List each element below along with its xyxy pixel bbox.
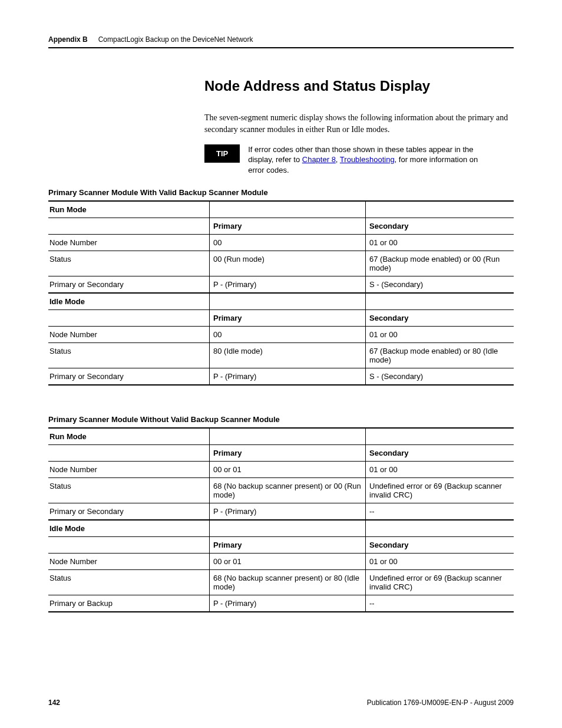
section-title: Node Address and Status Display [48,78,514,94]
table-row: Primary Secondary [48,445,514,462]
table-row: Node Number 00 01 or 00 [48,327,514,343]
table1: Run Mode Primary Secondary Node Number 0… [48,200,514,386]
tip-text-sep: , [336,155,340,164]
table-row: Status 68 (No backup scanner present) or… [48,478,514,503]
table1-caption: Primary Scanner Module With Valid Backup… [48,188,514,197]
col-secondary: Secondary [366,218,514,235]
run-mode-label: Run Mode [48,201,210,218]
tip-text: If error codes other than those shown in… [248,144,484,176]
table-row: Primary or Secondary P - (Primary) -- [48,503,514,521]
idle-mode-label: Idle Mode [48,520,210,537]
page-number: 142 [48,699,60,707]
table-row: Idle Mode [48,520,514,537]
table-row: Primary Secondary [48,537,514,554]
table-row: Primary or Secondary P - (Primary) S - (… [48,368,514,386]
table-row: Primary or Backup P - (Primary) -- [48,595,514,612]
tip-badge: TIP [204,144,240,163]
table-row: Idle Mode [48,293,514,310]
tip-block: TIP If error codes other than those show… [204,144,514,176]
tip-link-troubleshooting[interactable]: Troubleshooting [340,155,395,164]
table2: Run Mode Primary Secondary Node Number 0… [48,427,514,612]
table-row: Node Number 00 01 or 00 [48,235,514,251]
table-row: Run Mode [48,428,514,445]
table-row: Primary Secondary [48,310,514,327]
table-row: Status 68 (No backup scanner present) or… [48,570,514,595]
table-row: Status 00 (Run mode) 67 (Backup mode ena… [48,251,514,276]
table-row: Status 80 (Idle mode) 67 (Backup mode en… [48,343,514,368]
table-row: Node Number 00 or 01 01 or 00 [48,554,514,570]
table-row: Run Mode [48,201,514,218]
table2-caption: Primary Scanner Module Without Valid Bac… [48,415,514,424]
publication-id: Publication 1769-UM009E-EN-P - August 20… [367,699,514,707]
header-subtitle: CompactLogix Backup on the DeviceNet Net… [98,35,253,44]
intro-paragraph: The seven-segment numeric display shows … [48,112,511,136]
tip-link-chapter[interactable]: Chapter 8 [302,155,336,164]
run-mode-label: Run Mode [48,428,210,445]
idle-mode-label: Idle Mode [48,293,210,310]
table-row: Primary Secondary [48,218,514,235]
table-row: Node Number 00 or 01 01 or 00 [48,462,514,478]
col-primary: Primary [210,218,366,235]
page-footer: 142 Publication 1769-UM009E-EN-P - Augus… [48,699,514,707]
table-row: Primary or Secondary P - (Primary) S - (… [48,276,514,294]
page-header: Appendix B CompactLogix Backup on the De… [48,35,514,48]
appendix-label: Appendix B [48,35,88,44]
